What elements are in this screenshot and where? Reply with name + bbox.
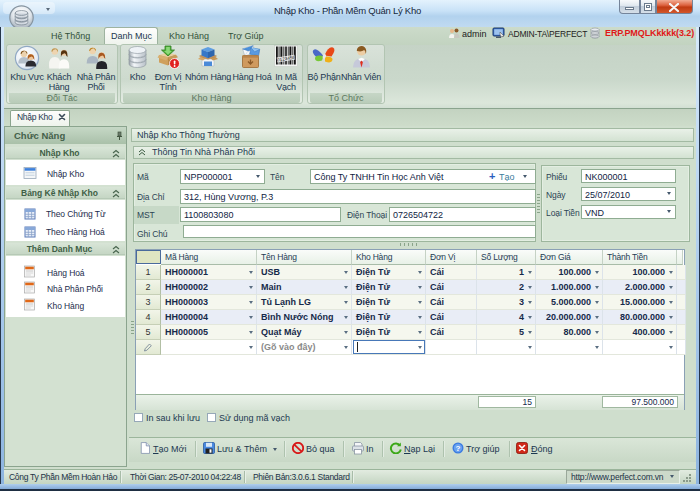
- svg-text:?: ?: [456, 444, 461, 453]
